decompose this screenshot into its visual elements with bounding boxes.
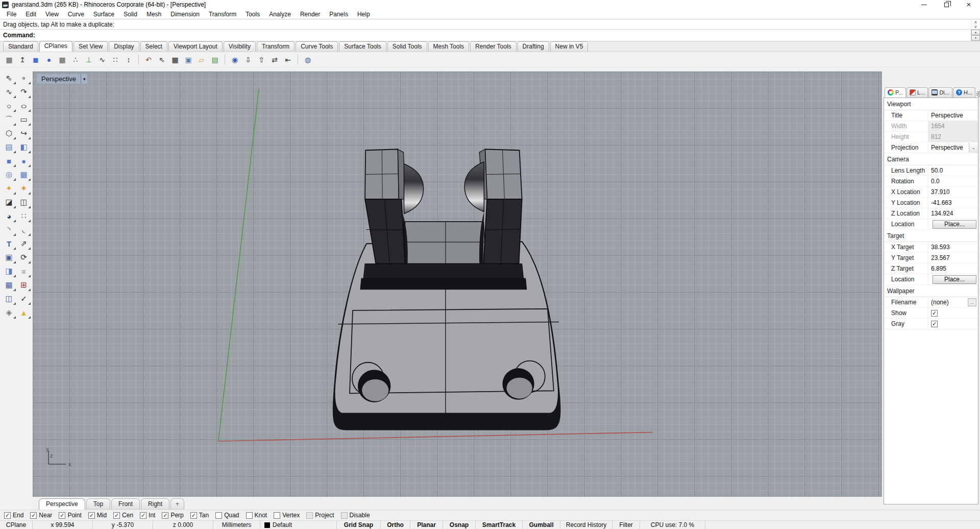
command-history-scrollbar[interactable]: ∧ ∨	[971, 19, 980, 29]
toolbar-tab-standard[interactable]: Standard	[3, 41, 38, 52]
toolbar-tab-viewport-layout[interactable]: Viewport Layout	[168, 41, 223, 52]
scroll-down-icon[interactable]: ∨	[974, 25, 977, 29]
osnap-checkbox-cen[interactable]: ✓	[113, 512, 120, 519]
surface-grid-tool[interactable]: ▦	[16, 168, 31, 181]
osnap-checkbox-tan[interactable]: ✓	[190, 512, 197, 519]
status-record-history[interactable]: Record History	[560, 521, 612, 529]
osnap-checkbox-vertex[interactable]: ✓	[274, 512, 280, 519]
cplane-world-icon[interactable]: ▦	[3, 54, 15, 65]
status-gumball[interactable]: Gumball	[523, 521, 560, 529]
rectangle-tool[interactable]: ▭	[16, 113, 31, 126]
osnap-checkbox-int[interactable]: ✓	[140, 512, 146, 519]
osnap-checkbox-project[interactable]: ✓	[306, 512, 313, 519]
points-tool[interactable]: ∷	[16, 209, 31, 223]
named-cplane-icon[interactable]: ▤	[209, 54, 221, 65]
blend-tool[interactable]: ◟	[16, 223, 31, 236]
cplane-3point-icon[interactable]: ∴	[69, 54, 82, 65]
undo-view-icon[interactable]: ↶	[142, 54, 155, 65]
toolbar-tab-select[interactable]: Select	[140, 41, 167, 52]
select-tool[interactable]: ⇖	[2, 71, 16, 85]
toolbar-tab-display[interactable]: Display	[109, 41, 139, 52]
viewport-title-dropdown-icon[interactable]: ▾	[81, 74, 88, 84]
toolbar-tab-mesh-tools[interactable]: Mesh Tools	[428, 41, 469, 52]
value-text-target-x-target[interactable]: 38.593	[931, 244, 950, 251]
fillet-tool[interactable]: ◝	[2, 223, 16, 236]
value-text-viewport-title[interactable]: Perspective	[931, 112, 963, 119]
property-value-viewport-title[interactable]: Perspective	[928, 110, 978, 121]
viewport-title-widget[interactable]: Perspective ▾	[37, 74, 87, 84]
copy-tool[interactable]: ◫	[2, 292, 16, 305]
menu-edit[interactable]: Edit	[21, 10, 41, 19]
panel-gear-icon[interactable]	[976, 90, 980, 98]
menu-transform[interactable]: Transform	[204, 10, 241, 19]
move-tool[interactable]: ⇗	[16, 237, 31, 250]
curve-tool[interactable]: ↷	[16, 85, 31, 99]
panel-tab-layers[interactable]: L...	[906, 87, 928, 98]
check-tool[interactable]: ✓	[16, 292, 31, 305]
status-osnap[interactable]: Osnap	[443, 521, 476, 529]
browse-button[interactable]: ...	[968, 298, 976, 306]
minimize-button[interactable]	[913, 0, 935, 9]
grid-settings-icon[interactable]: ▦	[169, 54, 181, 65]
menu-view[interactable]: View	[41, 10, 63, 19]
dropdown-arrow-icon[interactable]: ⌄	[969, 142, 978, 153]
menu-tools[interactable]: Tools	[241, 10, 264, 19]
lights-tool[interactable]: ≡	[16, 264, 31, 278]
place-button[interactable]: Place...	[933, 275, 976, 284]
camera-icon[interactable]: ◉	[229, 54, 241, 65]
status-grid-snap[interactable]: Grid Snap	[337, 521, 381, 529]
status-filter[interactable]: Filter	[612, 521, 640, 529]
menu-render[interactable]: Render	[296, 10, 325, 19]
spin-down-icon[interactable]: ▼	[971, 35, 980, 41]
surface-tool[interactable]: ▤	[2, 140, 16, 154]
menu-solid[interactable]: Solid	[119, 10, 142, 19]
checkbox-wallpaper-show[interactable]: ✓	[931, 310, 938, 317]
status-x-99-594[interactable]: x 99.594	[33, 521, 93, 529]
status-planar[interactable]: Planar	[410, 521, 443, 529]
osnap-checkbox-point[interactable]: ✓	[59, 512, 65, 519]
osnap-checkbox-near[interactable]: ✓	[30, 512, 37, 519]
toolbar-tab-new-in-v5[interactable]: New in V5	[550, 41, 589, 52]
cplane-vertical-icon[interactable]: ⊥	[83, 54, 95, 65]
rotate-tool[interactable]: ⟳	[16, 251, 31, 264]
plan-view-down-icon[interactable]: ⇩	[242, 54, 254, 65]
osnap-checkbox-quad[interactable]: ✓	[215, 512, 222, 519]
osnap-checkbox-end[interactable]: ✓	[4, 512, 11, 519]
property-value-camera-z-location[interactable]: 134.924	[928, 208, 978, 219]
status-default[interactable]: Default	[260, 521, 337, 529]
toolbar-tab-solid-tools[interactable]: Solid Tools	[387, 41, 427, 52]
toolbar-tab-render-tools[interactable]: Render Tools	[470, 41, 517, 52]
open-folder-icon[interactable]: ▱	[195, 54, 208, 65]
cplane-to-points-icon[interactable]: ∷	[109, 54, 121, 65]
mesh-tool[interactable]: ◈	[2, 306, 16, 319]
value-text-viewport-projection[interactable]: Perspective	[931, 144, 963, 151]
gearstand-model[interactable]	[218, 89, 653, 441]
osnap-checkbox-knot[interactable]: ✓	[246, 512, 253, 519]
cplane-to-curve-icon[interactable]: ∿	[96, 54, 108, 65]
viewport-tab-add[interactable]: +	[170, 498, 184, 510]
osnap-checkbox-perp[interactable]: ✓	[162, 512, 168, 519]
explode-tool[interactable]: ✶	[16, 182, 31, 195]
point-tool[interactable]: ∘	[16, 71, 31, 85]
menu-surface[interactable]: Surface	[89, 10, 119, 19]
menu-mesh[interactable]: Mesh	[142, 10, 166, 19]
menu-analyze[interactable]: Analyze	[264, 10, 296, 19]
viewport-tab-perspective[interactable]: Perspective	[39, 498, 85, 510]
osnap-checkbox-disable[interactable]: ✓	[341, 512, 348, 519]
viewport-tab-front[interactable]: Front	[111, 498, 140, 510]
value-text-target-y-target[interactable]: 23.567	[931, 254, 950, 261]
scroll-up-icon[interactable]: ∧	[974, 20, 977, 25]
save-icon[interactable]: ▣	[182, 54, 194, 65]
command-prompt[interactable]: Command:	[0, 30, 971, 41]
value-text-camera-x-location[interactable]: 37.910	[931, 188, 950, 196]
status-smarttrack[interactable]: SmartTrack	[476, 521, 523, 529]
world-sphere-icon[interactable]: ◍	[302, 54, 314, 65]
toolbar-tab-transform[interactable]: Transform	[257, 41, 295, 52]
restore-button[interactable]	[935, 0, 958, 9]
text-tool[interactable]: T	[2, 237, 16, 250]
viewport-tab-top[interactable]: Top	[86, 498, 110, 510]
trim-tool[interactable]: ◪	[2, 196, 16, 209]
value-text-wallpaper-filename[interactable]: (none)	[931, 299, 949, 306]
ellipse-tool[interactable]: ○	[16, 99, 31, 112]
toolbar-tab-set-view[interactable]: Set View	[74, 41, 108, 52]
